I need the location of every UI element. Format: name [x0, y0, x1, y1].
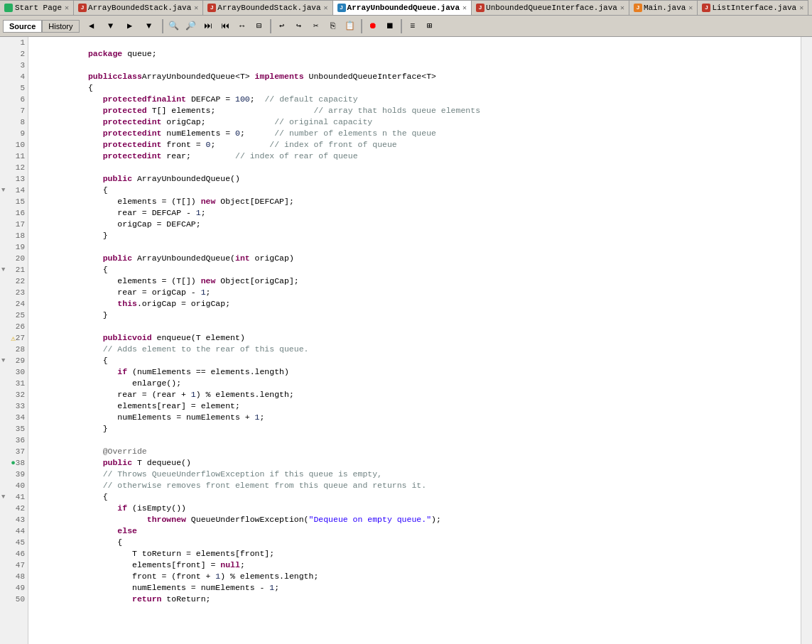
toolbar-back-btn[interactable]: ◀: [84, 18, 99, 34]
toolbar-dropdown2-btn[interactable]: ▼: [139, 18, 159, 34]
code-line-46: T toReturn = elements[front];: [28, 548, 801, 560]
ln-10: 10: [0, 139, 28, 151]
ln-43: 43: [0, 514, 28, 525]
toolbar-paste-btn[interactable]: 📋: [342, 18, 358, 34]
code-line-23: rear = origCap - 1;: [28, 287, 801, 298]
code-line-31: enlarge();: [28, 378, 801, 389]
line-numbers-gutter: 1 2 3 4 5 6 7 8 9 10 11 12 13 ▼14 15 16 …: [0, 37, 28, 644]
ln-16: 16: [0, 207, 28, 219]
tab-listinterface[interactable]: J ListInterface.java ✕: [698, 0, 808, 16]
toolbar-replace-btn[interactable]: ↔: [234, 18, 250, 34]
java-icon-2: J: [207, 4, 216, 12]
toolbar-redo-btn[interactable]: ↪: [291, 18, 307, 34]
code-line-15: elements = (T[]) new Object[DEFCAP];: [28, 196, 801, 207]
toolbar-dropdown-btn[interactable]: ▼: [101, 18, 121, 34]
tab-start-close[interactable]: ✕: [65, 4, 69, 12]
code-line-45: {: [28, 537, 801, 548]
code-line-48: front = (front + 1) % elements.length;: [28, 571, 801, 582]
code-line-4: public class ArrayUnboundedQueue<T> impl…: [28, 71, 801, 82]
code-line-5: {: [28, 82, 801, 94]
ln-13: 13: [0, 173, 28, 185]
tab-label-2: ArrayBoundedStack.java: [217, 4, 320, 12]
tab-start-label: Start Page: [15, 4, 62, 12]
code-line-10: protected int front = 0; // index of fro…: [28, 139, 801, 151]
ln-32: 32: [0, 389, 28, 400]
tab-close-5[interactable]: ✕: [688, 4, 693, 12]
ln-46: 46: [0, 548, 28, 560]
tab-arraybounded2[interactable]: J ArrayBoundedStack.java ✕: [203, 0, 332, 16]
code-line-18: }: [28, 230, 801, 241]
tab-label-5: Main.java: [644, 4, 686, 12]
ln-50: 50: [0, 594, 28, 605]
tab-close-2[interactable]: ✕: [324, 4, 328, 12]
toolbar-zoom-btn[interactable]: 🔍: [166, 18, 182, 34]
tab-start-page[interactable]: Start Page ✕: [0, 0, 74, 16]
ln-19: 19: [0, 241, 28, 253]
java-icon-5: J: [634, 4, 642, 12]
code-line-49: numElements = numElements - 1;: [28, 582, 801, 594]
ln-35: 35: [0, 423, 28, 435]
code-area[interactable]: package queue; public class ArrayUnbound…: [28, 37, 801, 644]
separator-3: [361, 19, 362, 33]
java-icon-3: J: [337, 4, 346, 12]
toolbar-cut-btn[interactable]: ✂: [308, 18, 324, 34]
tab-arrayunbounded[interactable]: J ArrayUnboundedQueue.java ✕: [333, 0, 472, 16]
toolbar-copy-btn[interactable]: ⎘: [325, 18, 341, 34]
code-line-30: if (numElements == elements.length): [28, 366, 801, 378]
ln-4: 4: [0, 71, 28, 82]
ln-23: 23: [0, 287, 28, 298]
tab-main[interactable]: J Main.java ✕: [629, 0, 698, 16]
ln-18: 18: [0, 230, 28, 241]
app-container: Start Page ✕ J ArrayBoundedStack.java ✕ …: [0, 0, 812, 644]
code-line-20: public ArrayUnboundedQueue(int origCap): [28, 253, 801, 264]
code-line-1: [28, 37, 801, 48]
tab-arraybounded1[interactable]: J ArrayBoundedStack.java ✕: [74, 0, 203, 16]
toolbar-format-btn[interactable]: ⊞: [422, 18, 438, 34]
toolbar-find-btn[interactable]: 🔎: [183, 18, 199, 34]
code-line-40: // otherwise removes front element from …: [28, 480, 801, 491]
toolbar-record-btn[interactable]: ⏺: [365, 18, 381, 34]
toolbar-lines-btn[interactable]: ≡: [405, 18, 421, 34]
toolbar-findprev-btn[interactable]: ⏮: [217, 18, 233, 34]
code-line-24: this.origCap = origCap;: [28, 298, 801, 310]
code-line-36: [28, 435, 801, 446]
tab-unboundedinterface[interactable]: J UnboundedQueueInterface.java ✕: [472, 0, 629, 16]
ln-26: 26: [0, 321, 28, 332]
tab-bar: Start Page ✕ J ArrayBoundedStack.java ✕ …: [0, 0, 812, 16]
code-line-26: [28, 321, 801, 332]
code-line-29: {: [28, 355, 801, 366]
code-line-7: protected T[] elements; // array that ho…: [28, 105, 801, 116]
tab-close-3[interactable]: ✕: [462, 4, 467, 12]
code-line-13: public ArrayUnboundedQueue(): [28, 173, 801, 185]
code-line-14: {: [28, 185, 801, 196]
ln-48: 48: [0, 571, 28, 582]
history-button[interactable]: History: [42, 20, 79, 33]
ln-11: 11: [0, 151, 28, 162]
tab-label-4: UnboundedQueueInterface.java: [486, 4, 617, 12]
ln-33: 33: [0, 400, 28, 412]
source-button[interactable]: Source: [3, 20, 42, 33]
toolbar-undo-btn[interactable]: ↩: [274, 18, 290, 34]
code-line-3: [28, 60, 801, 71]
tab-close-1[interactable]: ✕: [194, 4, 198, 12]
vertical-scrollbar[interactable]: [801, 37, 812, 644]
tab-close-6[interactable]: ✕: [799, 4, 803, 12]
tab-close-4[interactable]: ✕: [620, 4, 624, 12]
code-line-16: rear = DEFCAP - 1;: [28, 207, 801, 219]
code-line-12: [28, 162, 801, 173]
toolbar-toggle-btn[interactable]: ⊟: [251, 18, 267, 34]
toolbar-forward-btn[interactable]: ▶: [122, 18, 138, 34]
ln-39: 39: [0, 469, 28, 480]
code-line-50: return toReturn;: [28, 594, 801, 605]
ln-24: 24: [0, 298, 28, 310]
ln-12: 12: [0, 162, 28, 173]
toolbar-stop-btn[interactable]: ⏹: [382, 18, 398, 34]
start-icon: [4, 4, 13, 12]
ln-2: 2: [0, 48, 28, 60]
code-line-39: // Throws QueueUnderflowException if thi…: [28, 469, 801, 480]
ln-20: 20: [0, 253, 28, 264]
code-line-37: @Override: [28, 446, 801, 457]
code-line-43: throw new QueueUnderflowException("Deque…: [28, 514, 801, 525]
toolbar-findnext-btn[interactable]: ⏭: [200, 18, 216, 34]
ln-7: 7: [0, 105, 28, 116]
